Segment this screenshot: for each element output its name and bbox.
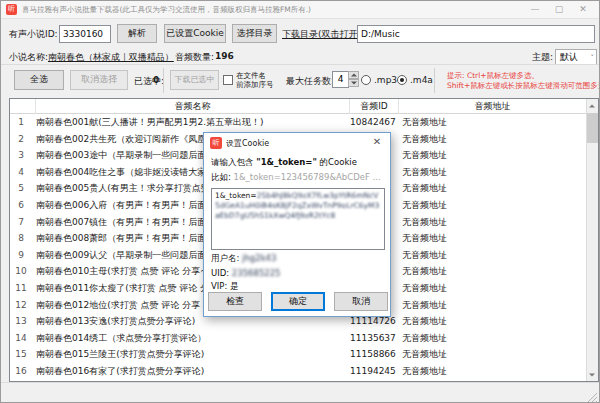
cell-id: 11194245 [350, 363, 396, 380]
theme-select[interactable]: 默认 ˅ [555, 49, 597, 65]
cell-addr: 无音频地址 [402, 313, 582, 330]
cookie-token-textarea[interactable]: 1&_token=2Sb4hJ8kQ9zX7fLw3pYtR6mNcV5dGeA… [211, 188, 385, 250]
ok-button[interactable]: 确定 [271, 292, 325, 311]
selected-label: 已选中: [134, 75, 164, 88]
cell-num: 3 [10, 147, 32, 164]
scroll-down-icon[interactable] [587, 368, 598, 381]
theme-label: 主题: [532, 51, 553, 64]
radio-mp3-label: .mp3 [374, 75, 397, 85]
cell-id: 10842467 [350, 114, 396, 131]
cell-addr: 无音频地址 [402, 263, 582, 280]
cell-name: 南朝春色016有家了(求打赏点赞分享评论) [36, 363, 354, 380]
close-button[interactable]: ✕ [571, 1, 595, 19]
cell-addr: 无音频地址 [402, 380, 582, 382]
theme-selected-value: 默认 [560, 52, 578, 62]
cell-num: 12 [10, 297, 32, 314]
header-index[interactable] [10, 99, 36, 114]
maximize-button[interactable]: ▢ [547, 1, 571, 19]
cell-num: 2 [10, 131, 32, 148]
max-tasks-label: 最大任务数: [286, 75, 334, 88]
cell-addr: 无音频地址 [402, 297, 582, 314]
header-audio-addr[interactable]: 音频地址 [399, 99, 586, 114]
header-audio-name[interactable]: 音频名称 [36, 99, 350, 114]
cell-num: 7 [10, 214, 32, 231]
dialog-close-icon[interactable]: ✕ [370, 136, 384, 147]
table-row[interactable]: 16南朝春色016有家了(求打赏点赞分享评论)11194245无音频地址 [10, 363, 586, 380]
cell-num: 13 [10, 313, 32, 330]
table-row[interactable]: 17南朝春色017谁都不易（求点赞祝新年快乐！）11240524无音频地址 [10, 380, 586, 382]
table-row[interactable]: 15南朝春色015兰陵王(求打赏点赞分享评论)11158866无音频地址 [10, 346, 586, 363]
minimize-button[interactable]: — [523, 1, 547, 19]
multi-select-hint-line1: 提示: Ctrl+鼠标左键多选。 [447, 71, 539, 81]
uid-redacted: 235685225 [232, 268, 281, 278]
novel-id-input[interactable]: 3330160 [59, 25, 111, 43]
vertical-scrollbar[interactable] [586, 99, 598, 381]
cell-addr: 无音频地址 [402, 197, 582, 214]
dialog-title: 设置Cookie [226, 138, 269, 149]
cell-num: 17 [10, 380, 32, 382]
cell-addr: 无音频地址 [402, 147, 582, 164]
scroll-up-icon[interactable] [587, 99, 598, 112]
cell-num: 16 [10, 363, 32, 380]
download-dir-label[interactable]: 下载目录(双击打开): [282, 28, 364, 41]
header-audio-id[interactable]: 音频ID [350, 99, 399, 114]
cell-addr: 无音频地址 [402, 164, 582, 181]
novel-id-label: 有声小说ID: [9, 28, 58, 41]
check-button[interactable]: 检查 [208, 292, 262, 311]
cell-name: 南朝春色014绣工（求点赞分享打赏评论） [36, 330, 354, 347]
cell-num: 15 [10, 346, 32, 363]
stepper-down-icon[interactable] [348, 79, 359, 87]
info-row: 小说名称: 南朝春色（林家成｜双播精品） 音频数量: 196 主题: 默认 ˅ [1, 48, 599, 64]
table-row[interactable]: 14南朝春色014绣工（求点赞分享打赏评论）11135637无音频地址 [10, 330, 586, 347]
resize-grip[interactable] [587, 392, 597, 402]
prefix-checkbox[interactable] [223, 75, 233, 85]
cell-name: 南朝春色015兰陵王(求打赏点赞分享评论) [36, 346, 354, 363]
download-selected-button[interactable]: 下载已选中 [170, 70, 219, 90]
cell-num: 8 [10, 230, 32, 247]
cell-num: 9 [10, 247, 32, 264]
download-dir-input[interactable]: D:/Music [357, 25, 595, 43]
app-logo-icon: 听 [6, 4, 17, 15]
cell-name: 南朝春色017谁都不易（求点赞祝新年快乐！） [36, 380, 354, 382]
cell-addr: 无音频地址 [402, 180, 582, 197]
cell-addr: 无音频地址 [402, 363, 582, 380]
cell-addr: 无音频地址 [402, 280, 582, 297]
choose-dir-button[interactable]: 选择目录 [232, 24, 277, 43]
cookie-dialog: 听 设置Cookie ✕ 请输入包含 "1&_token=" 的Cookie 比… [203, 132, 391, 317]
deselect-button[interactable]: 取消选择 [70, 70, 128, 90]
max-tasks-input[interactable]: 4 [332, 71, 349, 88]
cell-addr: 无音频地址 [402, 346, 582, 363]
novel-name-link[interactable]: 南朝春色（林家成｜双播精品） [48, 51, 174, 64]
scrollbar-thumb[interactable] [587, 113, 598, 143]
table-header: 音频名称 音频ID 音频地址 [10, 99, 586, 114]
multi-select-hint-line2: Shift+鼠标左键或长按鼠标左键滑动可范围多选。 [447, 81, 600, 91]
parse-button[interactable]: 解析 [117, 24, 157, 43]
top-toolbar: 有声小说ID: 3330160 解析 已设置Cookie 选择目录 下载目录(双… [1, 21, 599, 47]
separator [434, 68, 435, 93]
dialog-app-icon: 听 [210, 137, 222, 149]
chevron-down-icon: ˅ [591, 51, 595, 65]
prefix-checkbox-label: 在文件名 前添加序号 [236, 71, 274, 89]
cell-num: 11 [10, 280, 32, 297]
selection-toolbar: 全选 取消选择 已选中: 0 下载已选中 在文件名 前添加序号 最大任务数: 4… [1, 64, 599, 95]
uid-row: UID: 235685225 [211, 268, 385, 278]
selected-count: 0 [153, 75, 159, 85]
cell-addr: 无音频地址 [402, 131, 582, 148]
status-bar [1, 382, 599, 403]
select-all-button[interactable]: 全选 [14, 70, 64, 90]
cookie-prompt: 请输入包含 "1&_token=" 的Cookie [211, 157, 385, 169]
cookie-example: 比如: 1&_token=123456789&AbCDeF ... [211, 172, 385, 184]
cell-addr: 无音频地址 [402, 114, 582, 131]
radio-m4a[interactable] [397, 75, 407, 85]
app-window: 听 喜马拉雅有声小说批量下载器(此工具仅为学习交流使用，音频版权归喜马拉雅FM所… [0, 0, 600, 403]
cell-num: 6 [10, 197, 32, 214]
radio-mp3[interactable] [361, 75, 371, 85]
cell-num: 10 [10, 263, 32, 280]
stepper-up-icon[interactable] [348, 71, 359, 79]
max-tasks-stepper[interactable] [348, 71, 359, 88]
cell-addr: 无音频地址 [402, 247, 582, 264]
cookie-set-button[interactable]: 已设置Cookie [164, 24, 226, 43]
cell-num: 14 [10, 330, 32, 347]
table-row[interactable]: 1南朝春色001献(三人播讲！男声配男1男2.第五章出现！)10842467无音… [10, 114, 586, 131]
cancel-button[interactable]: 取消 [334, 292, 388, 311]
